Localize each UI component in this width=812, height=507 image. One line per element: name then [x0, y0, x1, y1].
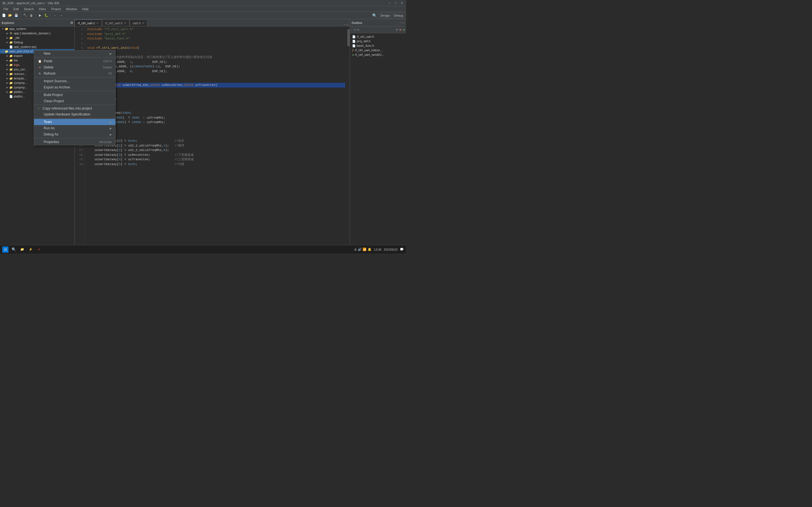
paste-icon: 📋: [38, 59, 42, 63]
code-line-14: {: [87, 88, 345, 93]
explorer-collapse[interactable]: ⊟: [70, 21, 73, 24]
outline-stop-icon[interactable]: ⊗: [399, 28, 402, 31]
outline-item-3[interactable]: 📄 basic_func.h: [350, 43, 406, 48]
ctx-paste[interactable]: 📋 Paste Ctrl+V: [34, 58, 115, 64]
file-icon-outline-1: 📄: [352, 35, 356, 38]
arrow-zynqmp2: ▶: [6, 86, 9, 89]
label-zynqmp2: zynqmp...: [14, 86, 28, 89]
ctx-properties-shortcut: Alt+Enter: [99, 140, 112, 144]
code-content[interactable]: #include "rf_ctrl_uart.h" #include "proj…: [85, 26, 347, 247]
outline-item-4[interactable]: ƒ rf_ctrl_uart_init(vo...: [350, 48, 406, 52]
editor-minimize[interactable]: ─: [344, 23, 346, 26]
ctx-debug-as-label: Debug As: [44, 132, 58, 136]
editor-content[interactable]: 12345 678910 1112131415 1617181920 21222…: [75, 26, 350, 247]
toolbar-search-toggle[interactable]: 🔍: [371, 13, 377, 18]
outline-filter-icon[interactable]: ⊘: [354, 28, 356, 31]
outline-label-3: basic_func.h: [357, 44, 374, 47]
tab-close-rf-ctrl-uart-c[interactable]: ✕: [96, 22, 99, 24]
toolbar-debug[interactable]: 🐛: [43, 13, 49, 18]
folder-icon-app-system: 📁: [4, 27, 8, 31]
toolbar-build[interactable]: 🔨: [22, 13, 28, 18]
menu-help[interactable]: Help: [80, 7, 91, 11]
start-button[interactable]: ⊞: [2, 246, 8, 252]
check-icon: ✓: [38, 107, 42, 110]
editor-scrollbar-thumb[interactable]: [347, 29, 350, 46]
close-button[interactable]: ✕: [400, 1, 404, 5]
menu-search[interactable]: Search: [22, 7, 36, 11]
code-line-7: // 串口中控中的波特率初始化设定：串口模块复位/写入波特率分频比/模块复位结束: [87, 55, 345, 60]
tree-item-ide[interactable]: ▶ 📁 _ide: [0, 36, 74, 40]
menu-project[interactable]: Project: [49, 7, 63, 11]
code-line-8: _UART_RESET_ADDR, 1, DSP_CE);: [87, 60, 345, 64]
tab-close-uart-h[interactable]: ✕: [142, 22, 144, 24]
outline-collapse-all-icon[interactable]: ⊟: [357, 28, 359, 31]
editor-maximize[interactable]: □: [347, 23, 349, 26]
ctx-build-project[interactable]: Build Project: [34, 92, 115, 98]
tree-item-app-system[interactable]: ▼ 📁 app_system: [0, 26, 74, 31]
toolbar-open[interactable]: 📂: [7, 13, 13, 18]
ctx-clean-project[interactable]: Clean Project: [34, 98, 115, 104]
ctx-properties-label: Properties: [44, 140, 59, 144]
tree-item-debug[interactable]: ▶ 📁 Debug: [0, 40, 74, 45]
code-line-20: (uiFreqMhz<2000) ? 2000 : uiFreqMhz;: [87, 115, 345, 120]
toolbar-clean[interactable]: 🗑: [29, 13, 34, 18]
maximize-button[interactable]: □: [394, 1, 398, 5]
toolbar-run[interactable]: ▶: [37, 13, 43, 18]
toolbar-save[interactable]: 💾: [13, 13, 19, 18]
taskbar-files[interactable]: 📁: [19, 246, 26, 252]
ctx-refresh[interactable]: ↻ Refresh F5: [34, 70, 115, 76]
folder-icon-export: 📁: [9, 54, 13, 58]
tab-rf-ctrl-uart-c[interactable]: rf_ctrl_uart.c ✕: [75, 19, 102, 26]
menu-window[interactable]: Window: [64, 7, 79, 11]
ctx-import-sources-label: Import Sources...: [44, 79, 69, 83]
tree-item-sprj[interactable]: ▶ 📄 app_system.sprj: [0, 45, 74, 49]
outline-item-2[interactable]: 📄 proj_def.h: [350, 39, 406, 43]
ctx-delete[interactable]: ✕ Delete Delete: [34, 64, 115, 70]
ctx-update-hw[interactable]: Update Hardware Specification: [34, 111, 115, 117]
ctx-team[interactable]: Team ▶: [34, 119, 115, 125]
minimize-button[interactable]: ─: [388, 1, 391, 5]
editor-tabs: rf_ctrl_uart.c ✕ rf_ctrl_uart.h ✕ uart.h…: [75, 19, 350, 26]
tab-rf-ctrl-uart-h[interactable]: rf_ctrl_uart.h ✕: [102, 19, 130, 26]
ctx-import-sources[interactable]: Import Sources...: [34, 78, 115, 84]
toolbar-new[interactable]: 📄: [1, 13, 7, 18]
ctx-debug-as[interactable]: Debug As ▶: [34, 131, 115, 137]
ctx-properties[interactable]: Properties Alt+Enter: [34, 139, 115, 145]
taskbar-vitis[interactable]: ⚡: [28, 246, 34, 252]
title-bar: 06_SDK - app/src/rf_ctrl_uart.c - Vitis …: [0, 0, 406, 6]
outline-item-5[interactable]: ● rf_ctrl_uart_send(U...: [350, 52, 406, 57]
taskbar-notif[interactable]: 💬: [400, 247, 404, 251]
outline-item-1[interactable]: 📄 rf_ctrl_uart.h: [350, 34, 406, 39]
design-tab[interactable]: Design: [378, 14, 392, 17]
toolbar-back[interactable]: ←: [52, 13, 58, 18]
ctx-update-hw-label: Update Hardware Specification: [44, 112, 90, 116]
outline-run-icon[interactable]: ⊕: [403, 28, 405, 31]
ctx-copy-referenced[interactable]: ✓ Copy referenced files into project: [34, 106, 115, 111]
debug-tab[interactable]: Debug: [392, 14, 405, 17]
fn-icon-outline-4: ƒ: [352, 49, 354, 52]
taskbar-app[interactable]: ✔: [36, 246, 42, 252]
ctx-run-as[interactable]: Run As ▶: [34, 125, 115, 131]
ctx-build-project-label: Build Project: [44, 93, 63, 97]
ctx-new[interactable]: New ▶: [34, 50, 115, 57]
folder-icon-debug: 📁: [9, 40, 13, 44]
tab-uart-h[interactable]: uart.h ✕: [130, 19, 147, 26]
ctx-export-archive[interactable]: Export as Archive: [34, 84, 115, 91]
toolbar-sep1: [20, 13, 21, 18]
outline-settings-icon[interactable]: ⚙: [396, 28, 398, 31]
outline-sort-icon[interactable]: ↕: [351, 28, 352, 31]
label-export: export: [14, 54, 22, 57]
outline-minimize[interactable]: ─: [400, 21, 402, 24]
taskbar-search[interactable]: 🔍: [11, 246, 17, 252]
menu-xilinx[interactable]: Xilinx: [37, 7, 49, 11]
label-resource: resourc...: [14, 72, 27, 75]
outline-close[interactable]: □: [403, 21, 404, 24]
editor-scrollbar[interactable]: [347, 26, 350, 247]
menu-edit[interactable]: Edit: [11, 7, 21, 11]
tab-close-rf-ctrl-uart-h[interactable]: ✕: [124, 22, 126, 24]
menu-file[interactable]: File: [1, 7, 11, 11]
label-logs: logs: [14, 63, 19, 66]
ctx-sep-4: [34, 105, 115, 105]
toolbar-forward[interactable]: →: [58, 13, 64, 18]
tree-item-app[interactable]: ▶ ⚙ app [ standalone_domain ]: [0, 31, 74, 36]
